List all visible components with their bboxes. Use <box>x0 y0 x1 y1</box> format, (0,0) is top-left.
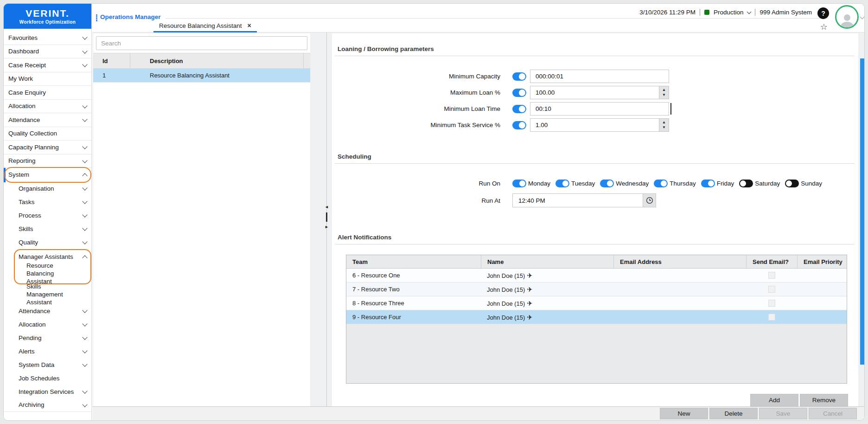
toggle-maximum-loan[interactable] <box>512 89 526 97</box>
day-toggle-tuesday[interactable]: Tuesday <box>555 180 595 187</box>
remove-button[interactable]: Remove <box>800 394 848 406</box>
list-row-resource-balancing-assistant[interactable]: 1Resource Balancing Assistant <box>93 69 310 83</box>
toggle-friday-icon[interactable] <box>701 180 715 187</box>
sidebar-item-system[interactable]: System <box>4 168 91 182</box>
sidebar-item-integration-services[interactable]: Integration Services <box>4 385 91 398</box>
environment-label[interactable]: Production <box>714 9 744 16</box>
sidebar-item-favourites[interactable]: Favourites <box>4 31 91 45</box>
alert-row-9-resource-four[interactable]: 9 - Resource FourJohn Doe (15)✈ <box>346 310 847 324</box>
delete-button[interactable]: Delete <box>709 408 758 419</box>
sidebar-item-job-schedules[interactable]: Job Schedules <box>4 372 91 385</box>
day-toggle-saturday[interactable]: Saturday <box>739 180 780 187</box>
sidebar-item-attendance[interactable]: Attendance <box>4 113 91 127</box>
chevron-down-icon[interactable] <box>860 15 865 19</box>
input-maximum-loan[interactable]: 100.00 <box>530 86 669 99</box>
search-input[interactable] <box>96 36 307 50</box>
alert-row-6-resource-one[interactable]: 6 - Resource OneJohn Doe (15)✈ <box>346 269 847 283</box>
alert-row-7-resource-two[interactable]: 7 - Resource TwoJohn Doe (15)✈ <box>346 283 847 296</box>
alert-table-header: TeamNameEmail AddressSend Email?Email Pr… <box>346 255 847 269</box>
toggle-monday-icon[interactable] <box>512 180 526 187</box>
sidebar-item-capacity-planning[interactable]: Capacity Planning <box>4 141 91 154</box>
toggle-tuesday-icon[interactable] <box>555 180 569 187</box>
sidebar-item-pending[interactable]: Pending <box>4 331 91 345</box>
toggle-minimum-loan-time[interactable] <box>512 105 526 113</box>
splitter-collapse-control[interactable]: ◄ ► <box>323 205 330 229</box>
sidebar-item-label: Tasks <box>19 199 35 206</box>
splitter-grip[interactable] <box>326 212 327 222</box>
sidebar-item-process[interactable]: Process <box>4 209 91 222</box>
spinner-control[interactable] <box>659 119 669 131</box>
alert-column-email-address[interactable]: Email Address <box>613 255 746 268</box>
toggle-minimum-capacity[interactable] <box>512 72 526 81</box>
save-button[interactable]: Save <box>759 408 807 419</box>
cancel-button[interactable]: Cancel <box>809 408 857 419</box>
sidebar-item-system-data[interactable]: System Data <box>4 358 91 372</box>
input-minimum-loan-time[interactable]: 00:10 <box>530 102 669 116</box>
sidebar-item-alerts[interactable]: Alerts <box>4 345 91 358</box>
close-icon[interactable]: × <box>248 22 251 29</box>
sidebar-item-case-enquiry[interactable]: Case Enquiry <box>4 86 91 100</box>
help-icon[interactable]: ? <box>817 7 829 19</box>
column-header-id[interactable]: Id <box>93 53 130 68</box>
collapse-right-icon[interactable]: ► <box>325 225 329 229</box>
input-minimum-capacity[interactable]: 000:00:01 <box>530 70 669 83</box>
chevron-down-icon[interactable] <box>747 9 752 14</box>
avatar[interactable] <box>835 5 859 29</box>
sidebar-item-allocation[interactable]: Allocation <box>4 318 91 331</box>
plane-icon: ✈ <box>527 314 532 321</box>
sidebar-item-attendance[interactable]: Attendance <box>4 304 91 318</box>
day-toggle-thursday[interactable]: Thursday <box>654 180 696 187</box>
day-toggles: MondayTuesdayWednesdayThursdayFridaySatu… <box>512 180 827 187</box>
alert-column-send-email[interactable]: Send Email? <box>746 255 797 268</box>
sidebar-item-case-receipt[interactable]: Case Receipt <box>4 58 91 72</box>
sidebar-item-dashboard[interactable]: Dashboard <box>4 45 91 59</box>
vertical-scrollbar[interactable] <box>860 58 864 365</box>
main-area: Operations Manager 3/10/2026 11:29 PM Pr… <box>92 4 864 420</box>
sidebar-item-organisation[interactable]: Organisation <box>4 182 91 195</box>
toggle-wednesday-icon[interactable] <box>600 180 614 187</box>
sidebar-item-skills-management-assistant[interactable]: Skills Management Assistant <box>4 284 91 304</box>
sidebar-item-label: Allocation <box>8 103 36 109</box>
day-toggle-monday[interactable]: Monday <box>512 180 550 187</box>
sidebar-item-quality-collection[interactable]: Quality Collection <box>4 127 91 141</box>
new-button[interactable]: New <box>660 408 708 419</box>
alert-row-8-resource-three[interactable]: 8 - Resource ThreeJohn Doe (15)✈ <box>346 296 847 310</box>
sidebar-item-resource-balancing-assistant[interactable]: Resource Balancing Assistant <box>15 263 90 283</box>
sidebar-item-label: Quality Collection <box>8 130 57 137</box>
sidebar-item-reporting[interactable]: Reporting <box>4 154 91 168</box>
sidebar-item-quality[interactable]: Quality <box>4 236 91 249</box>
sidebar-item-allocation[interactable]: Allocation <box>4 100 91 114</box>
favorite-star-icon[interactable]: ☆ <box>820 23 828 31</box>
alert-column-name[interactable]: Name <box>481 255 613 268</box>
sidebar-item-tasks[interactable]: Tasks <box>4 195 91 209</box>
sidebar-item-my-work[interactable]: My Work <box>4 72 91 86</box>
add-button[interactable]: Add <box>750 394 798 406</box>
alert-column-email-priority[interactable]: Email Priority <box>797 255 847 268</box>
send-email-checkbox[interactable] <box>768 272 775 279</box>
toggle-saturday-icon[interactable] <box>739 180 753 187</box>
send-email-checkbox[interactable] <box>768 314 775 321</box>
sidebar-item-skills[interactable]: Skills <box>4 222 91 236</box>
tab-label: Resource Balancing Assistant <box>159 22 242 29</box>
toggle-thursday-icon[interactable] <box>654 180 668 187</box>
toggle-minimum-task-service[interactable] <box>512 121 526 129</box>
highlight-ring-manager-assistants: Manager AssistantsResource Balancing Ass… <box>14 249 91 284</box>
day-toggle-wednesday[interactable]: Wednesday <box>600 180 649 187</box>
alert-table-actions: Add Remove <box>332 394 848 406</box>
collapse-left-icon[interactable]: ◄ <box>325 205 329 209</box>
column-header-description[interactable]: Description <box>130 53 304 68</box>
cell-name: John Doe (15)✈ <box>481 272 613 279</box>
tab-resource-balancing-assistant[interactable]: Resource Balancing Assistant × <box>153 20 257 32</box>
send-email-checkbox[interactable] <box>768 286 775 293</box>
sidebar-item-archiving[interactable]: Archiving <box>4 398 91 412</box>
run-at-input[interactable] <box>512 193 643 207</box>
day-toggle-friday[interactable]: Friday <box>701 180 734 187</box>
toggle-sunday-icon[interactable] <box>785 180 799 187</box>
datetime-label: 3/10/2026 11:29 PM <box>639 9 696 16</box>
send-email-checkbox[interactable] <box>768 300 775 307</box>
alert-column-team[interactable]: Team <box>346 255 481 268</box>
day-toggle-sunday[interactable]: Sunday <box>785 180 822 187</box>
spinner-control[interactable] <box>659 86 669 99</box>
input-minimum-task-service[interactable]: 1.00 <box>530 118 669 132</box>
time-picker-button[interactable] <box>643 193 656 207</box>
